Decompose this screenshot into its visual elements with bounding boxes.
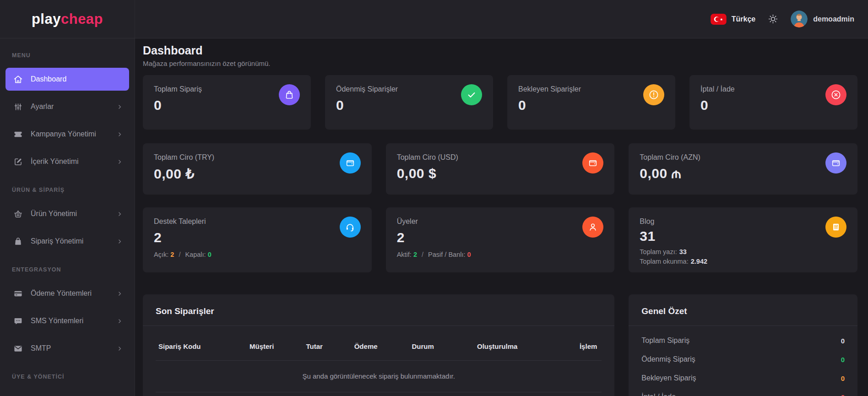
username-label: demoadmin [813,15,854,23]
orders-table-header-row: Sipariş Kodu Müşteri Tutar Ödeme Durum O… [156,326,602,361]
page-title: Dashboard [143,44,857,57]
chevron-right-icon [117,104,123,110]
summary-row-iptal-iade: İptal / İade 0 [629,393,857,396]
sidebar-item-urun-yonetimi[interactable]: Ürün Yönetimi [5,202,129,225]
stat-card-odenmis-siparisler: Ödenmiş Siparişler 0 [325,75,493,130]
sliders-icon [13,102,23,112]
stat-row-misc: Destek Talepleri 2 Açık: 2 / Kapalı: 0 Ü… [143,207,857,272]
envelope-icon [13,343,23,353]
chevron-right-icon [117,318,123,324]
recent-orders-panel: Son Siparişler Sipariş Kodu Müşteri Tuta… [143,294,614,396]
blog-posts-line: Toplam yazı:33 [640,248,846,255]
theme-toggle-button[interactable] [768,14,778,24]
sidebar-item-kampanya-yonetimi[interactable]: Kampanya Yönetimi [5,123,129,146]
stat-card-ciro-usd: Toplam Ciro (USD) 0,00 $ [386,143,615,195]
sun-icon [768,14,778,24]
column-siparis-kodu: Sipariş Kodu [156,326,232,361]
orders-empty-message: Şu anda görüntülenecek sipariş bulunmama… [156,361,602,392]
user-menu[interactable]: demoadmin [791,11,854,27]
home-icon [13,74,23,84]
sidebar-item-dashboard[interactable]: Dashboard [5,68,129,91]
uyeler-substats: Aktif: 2 / Pasif / Banlı: 0 [397,251,604,258]
recent-orders-title: Son Siparişler [143,294,614,326]
page-subtitle: Mağaza performansınızın özet görünümü. [143,60,857,68]
wallet-icon [582,152,603,174]
brand-logo[interactable]: playcheap [0,0,135,38]
news-icon [825,217,846,238]
basket-icon [13,209,23,219]
sidebar-section-uye-yonetici: ÜYE & YÖNETİCİ [12,374,123,380]
sidebar-item-siparis-yonetimi[interactable]: Sipariş Yönetimi [5,230,129,253]
chevron-right-icon [117,159,123,165]
credit-card-icon [13,288,23,298]
stat-card-ciro-azn: Toplam Ciro (AZN) 0,00 ₼ [629,143,857,195]
stat-row-revenue: Toplam Ciro (TRY) 0,00 ₺ Toplam Ciro (US… [143,143,857,195]
stat-card-ciro-try: Toplam Ciro (TRY) 0,00 ₺ [143,143,372,195]
stat-card-toplam-siparis: Toplam Sipariş 0 [143,75,311,130]
sidebar-item-ayarlar[interactable]: Ayarlar [5,95,129,118]
sidebar-item-icerik-yonetimi[interactable]: İçerik Yönetimi [5,150,129,173]
summary-panel: Genel Özet Toplam Sipariş 0 Ödenmiş Sipa… [629,294,857,396]
sidebar-item-sms-yontemleri[interactable]: SMS Yöntemleri [5,309,129,332]
chat-icon [13,316,23,326]
stat-card-blog: Blog 31 Toplam yazı:33 Toplam okunma:2.9… [629,207,857,272]
sidebar: MENU Dashboard Ayarlar Kampanya Yönetimi [0,38,135,396]
destek-substats: Açık: 2 / Kapalı: 0 [154,251,361,258]
shopping-bag-icon [13,236,23,246]
edit-icon [13,157,23,167]
summary-row-odenmis-siparis: Ödenmiş Sipariş 0 [629,355,857,363]
user-avatar [791,11,808,27]
column-durum: Durum [395,326,451,361]
chevron-right-icon [117,346,123,352]
check-icon [461,84,482,105]
chevron-right-icon [117,291,123,297]
column-tutar: Tutar [292,326,337,361]
main-content: Dashboard Mağaza performansınızın özet g… [135,38,868,396]
wallet-icon [340,152,361,174]
brand-logo-text: playcheap [32,11,103,27]
shopping-bag-icon [279,84,300,105]
blog-reads-line: Toplam okunma:2.942 [640,258,846,265]
stat-card-uyeler: Üyeler 2 Aktif: 2 / Pasif / Banlı: 0 [386,207,615,272]
sidebar-item-odeme-yontemleri[interactable]: Ödeme Yöntemleri [5,282,129,305]
language-label: Türkçe [732,15,755,23]
language-switcher[interactable]: Türkçe [711,14,755,25]
topbar-actions: Türkçe [711,11,868,27]
sidebar-section-entegrasyon: ENTEGRASYON [12,266,123,273]
stat-card-iptal-iade: İptal / İade 0 [689,75,857,130]
topbar: playcheap Türkçe [0,0,868,38]
summary-title: Genel Özet [629,294,857,326]
wallet-icon [825,152,846,174]
user-icon [582,217,603,238]
chevron-right-icon [117,131,123,137]
column-odeme: Ödeme [337,326,395,361]
sidebar-item-smtp[interactable]: SMTP [5,337,129,360]
sidebar-item-uye-yonetimi[interactable]: Üye Yönetimi [5,389,129,396]
orders-table: Sipariş Kodu Müşteri Tutar Ödeme Durum O… [156,326,602,392]
column-musteri: Müşteri [232,326,292,361]
sidebar-section-menu: MENU [12,52,123,59]
x-circle-icon [825,84,846,105]
stat-card-bekleyen-siparisler: Bekleyen Siparişler 0 [507,75,675,130]
sidebar-section-urun-siparis: ÜRÜN & SİPARİŞ [12,187,123,193]
stat-row-orders: Toplam Sipariş 0 Ödenmiş Siparişler 0 Be… [143,75,857,130]
chevron-right-icon [117,239,123,244]
chevron-right-icon [117,211,123,217]
column-olusturulma: Oluşturulma [451,326,544,361]
summary-row-toplam-siparis: Toplam Sipariş 0 [629,336,857,345]
bottom-section: Son Siparişler Sipariş Kodu Müşteri Tuta… [143,294,857,396]
turkish-flag-icon [711,14,727,25]
summary-row-bekleyen-siparis: Bekleyen Sipariş 0 [629,374,857,382]
orders-empty-row: Şu anda görüntülenecek sipariş bulunmama… [156,361,602,392]
alert-circle-icon [643,84,664,105]
headset-icon [340,217,361,238]
ticket-icon [13,129,23,139]
column-islem: İşlem [544,326,602,361]
stat-card-destek-talepleri: Destek Talepleri 2 Açık: 2 / Kapalı: 0 [143,207,372,272]
